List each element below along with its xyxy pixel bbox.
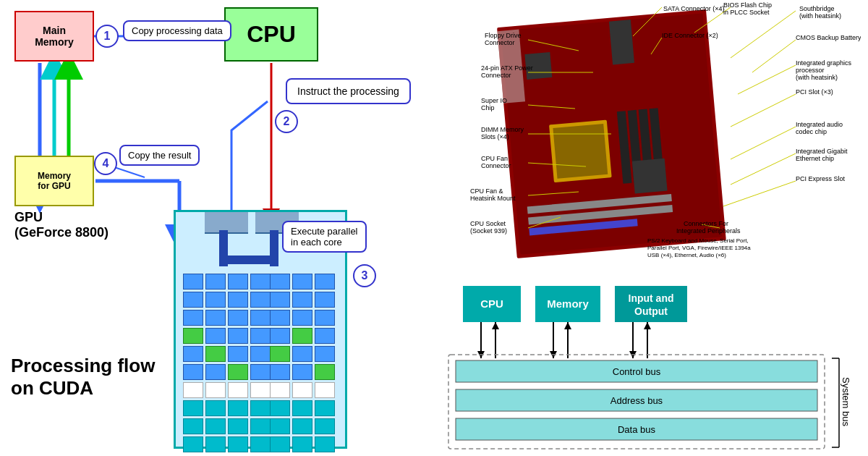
mb-label-connectors: Connectors For [684,220,728,227]
control-bus-label: Control bus [613,366,661,377]
svg-text:(with heatsink): (with heatsink) [796,74,838,81]
svg-line-46 [731,153,796,185]
step-1-circle: 1 [95,25,119,48]
mb-label-bios: BIOS Flash Chip [723,1,772,9]
mb-label-socket: CPU Socket [470,220,506,227]
mb-label-cmos: CMOS Backup Battery [796,34,861,41]
mb-label-pcie: PCI Express Slot [796,175,846,182]
motherboard-area: SATA Connector (×4) BIOS Flash Chip in P… [441,0,861,282]
data-bus-label: Data bus [618,424,656,435]
svg-line-34 [738,65,796,94]
svg-line-31 [752,40,796,72]
left-panel: Main Memory CPU 1 Copy processing data 2… [0,0,434,456]
svg-rect-20 [632,159,668,194]
bus-svg: CPU Memory Input and Output [441,282,861,456]
svg-text:Connector: Connector [481,72,511,79]
cpu-box: CPU [224,7,318,62]
svg-marker-69 [564,322,571,329]
svg-marker-73 [644,322,651,329]
svg-text:Ethernet chip: Ethernet chip [796,155,834,162]
mb-label-superio: Super IO [481,97,507,104]
system-bus-label: System bus [841,377,851,426]
mb-label-floppy: Floppy Drive [485,32,522,39]
step-4-circle: 4 [94,152,117,175]
gpu-memory-box: Memory for GPU [14,156,94,206]
mb-label-dimm: DIMM Memory [481,126,524,133]
step-3-callout: Execute parallel in each core [282,221,367,253]
mb-label-cpufan: CPU Fan [481,155,508,162]
svg-line-26 [731,11,796,58]
mb-label-igp: Integrated graphics [796,59,852,67]
step-2-callout: Instruct the processing [286,78,411,104]
svg-text:Parallel Port, VGA, Firewire/I: Parallel Port, VGA, Firewire/IEEE 1394a [647,245,751,251]
svg-text:Connector: Connector [481,162,511,169]
svg-line-39 [731,94,796,127]
svg-text:(Socket 939): (Socket 939) [470,227,507,235]
bus-cpu-label: CPU [480,297,503,310]
processing-flow-title: Processing flow on CUDA [11,355,155,400]
svg-line-42 [731,127,796,159]
bus-diagram: CPU Memory Input and Output [441,282,861,456]
mb-label-pci: PCI Slot (×3) [796,88,833,96]
gpu-label: GPU (GeForce 8800) [14,210,109,240]
bus-memory-label: Memory [547,297,589,310]
mb-label-southbridge: Southbridge [799,5,835,12]
main-memory-box: Main Memory [14,11,94,62]
svg-marker-65 [492,322,499,329]
address-bus-label: Address bus [610,395,663,406]
mb-label-sata: SATA Connector (×4) [663,5,724,12]
svg-text:(with heatsink): (with heatsink) [799,12,841,20]
svg-line-7 [112,166,145,177]
right-panel: SATA Connector (×4) BIOS Flash Chip in P… [434,0,868,456]
svg-text:processor: processor [796,67,825,74]
step-2-circle: 2 [275,110,298,133]
svg-text:Slots (×4): Slots (×4) [481,133,509,140]
svg-text:Connector: Connector [485,39,515,46]
mb-label-heatsink: CPU Fan & [470,187,503,195]
svg-text:codec chip: codec chip [796,128,827,135]
mb-label-gbe: Integrated Gigabit [796,148,848,155]
svg-text:PS/2 Keyboard and Mouse, Seria: PS/2 Keyboard and Mouse, Serial Port, [647,237,749,244]
mb-label-audio: Integrated audio [796,121,843,128]
svg-text:in PLCC Socket: in PLCC Socket [723,9,770,16]
step-1-callout: Copy processing data [123,20,231,41]
svg-text:Heatsink Mount: Heatsink Mount [470,195,516,202]
svg-text:Output: Output [634,305,668,317]
mb-label-atx: 24-pin ATX Power [481,64,533,72]
step-3-circle: 3 [353,264,376,287]
svg-rect-19 [609,20,634,64]
svg-rect-11 [553,124,608,179]
svg-text:Integrated Peripherals: Integrated Peripherals [676,227,741,235]
svg-text:USB (×4), Ethernet, Audio (×6): USB (×4), Ethernet, Audio (×6) [647,252,726,258]
motherboard-svg: SATA Connector (×4) BIOS Flash Chip in P… [441,0,861,282]
bus-io-label: Input and [629,292,674,304]
step-4-callout: Copy the result [119,145,200,166]
mb-label-ide: IDE Connector (×2) [662,32,718,39]
svg-line-50 [723,181,796,206]
svg-text:Chip: Chip [481,104,495,111]
